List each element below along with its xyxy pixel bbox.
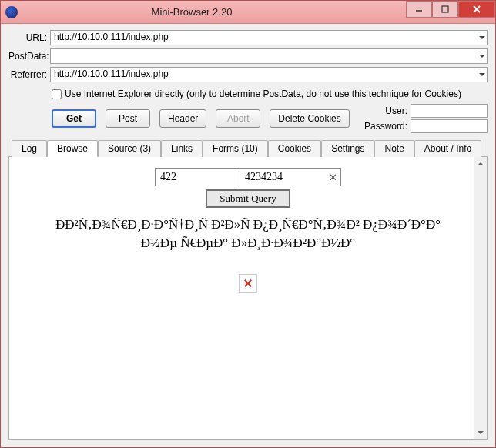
action-button-row: Get Post Header Abort Delete Cookies Use…: [52, 104, 488, 133]
scroll-up-button[interactable]: [474, 157, 487, 170]
page-input-1[interactable]: [156, 169, 240, 186]
maximize-icon: [441, 5, 449, 13]
user-input[interactable]: [411, 104, 488, 118]
app-icon: [5, 6, 18, 18]
password-label: Password:: [364, 121, 407, 132]
postdata-label: PostData:: [8, 51, 50, 62]
tab-links[interactable]: Links: [161, 140, 203, 157]
get-button[interactable]: Get: [52, 109, 96, 128]
page-input-group: ✕: [155, 168, 341, 186]
tab-cookies[interactable]: Cookies: [268, 140, 321, 157]
url-row: URL: http://10.10.0.111/index.php: [8, 30, 488, 45]
tab-forms[interactable]: Forms (10): [203, 140, 268, 157]
referrer-label: Referrer:: [8, 69, 50, 80]
tab-settings[interactable]: Settings: [321, 140, 374, 157]
scroll-track[interactable]: [474, 170, 487, 426]
close-button[interactable]: [458, 1, 495, 18]
submit-query-button[interactable]: Submit Query: [206, 189, 290, 208]
dropdown-arrow-icon[interactable]: [479, 36, 485, 39]
rendered-page: ✕ Submit Query ÐÐ²Ñ‚Ð¾Ñ€Ð¸Ð·Ð°Ñ†Ð¸Ñ Ð²Ð»…: [9, 157, 487, 306]
password-input[interactable]: [411, 119, 488, 133]
window-title: Mini-Browser 2.20: [0, 6, 406, 18]
header-button[interactable]: Header: [159, 109, 206, 128]
referrer-input[interactable]: http://10.10.0.111/index.php: [50, 67, 488, 82]
app-window: Mini-Browser 2.20 URL: http://10.10.0.11…: [0, 0, 496, 448]
url-label: URL:: [8, 32, 50, 43]
tab-source[interactable]: Source (3): [98, 140, 161, 157]
chevron-down-icon: [478, 431, 484, 434]
scroll-down-button[interactable]: [474, 426, 487, 439]
svg-rect-1: [442, 6, 448, 12]
broken-image-icon: [239, 274, 257, 293]
maximize-button[interactable]: [432, 1, 458, 18]
postdata-input[interactable]: [50, 48, 488, 64]
browser-pane: ✕ Submit Query ÐÐ²Ñ‚Ð¾Ñ€Ð¸Ð·Ð°Ñ†Ð¸Ñ Ð²Ð»…: [8, 157, 488, 440]
vertical-scrollbar[interactable]: [474, 157, 487, 439]
credentials-group: User: Password:: [364, 104, 488, 133]
tab-log[interactable]: Log: [12, 140, 47, 157]
tab-bar: Log Browse Source (3) Links Forms (10) C…: [8, 139, 488, 157]
user-label: User:: [364, 105, 407, 116]
minimize-button[interactable]: [406, 1, 432, 18]
minimize-icon: [415, 5, 423, 13]
tab-note[interactable]: Note: [374, 140, 414, 157]
dropdown-arrow-icon[interactable]: [479, 55, 485, 58]
close-icon: [472, 5, 481, 14]
page-input-2[interactable]: [240, 169, 340, 186]
dropdown-arrow-icon[interactable]: [479, 73, 485, 76]
tab-about[interactable]: About / Info: [414, 140, 481, 157]
chevron-up-icon: [478, 162, 484, 165]
abort-button: Abort: [216, 109, 260, 128]
url-input[interactable]: http://10.10.0.111/index.php: [50, 30, 488, 45]
page-body-text: ÐÐ²Ñ‚Ð¾Ñ€Ð¸Ð·Ð°Ñ†Ð¸Ñ Ð²Ð»Ñ Ð¿Ð¸Ñ€Ð°Ñ‚Ð¾Ð…: [43, 216, 453, 252]
tab-browse[interactable]: Browse: [47, 140, 98, 157]
postdata-row: PostData:: [8, 48, 488, 64]
referrer-value: http://10.10.0.111/index.php: [54, 69, 169, 79]
delete-cookies-button[interactable]: Delete Cookies: [270, 109, 349, 128]
titlebar: Mini-Browser 2.20: [1, 1, 495, 24]
clear-input-icon[interactable]: ✕: [329, 172, 337, 183]
ie-checkbox-label: Use Internet Explorer directly (only to …: [65, 89, 461, 99]
client-area: URL: http://10.10.0.111/index.php PostDa…: [1, 24, 495, 447]
ie-checkbox[interactable]: [52, 89, 62, 99]
ie-checkbox-row: Use Internet Explorer directly (only to …: [52, 89, 488, 99]
referrer-row: Referrer: http://10.10.0.111/index.php: [8, 67, 488, 82]
window-buttons: [406, 1, 495, 23]
post-button[interactable]: Post: [106, 109, 150, 128]
url-value: http://10.10.0.111/index.php: [54, 32, 169, 42]
